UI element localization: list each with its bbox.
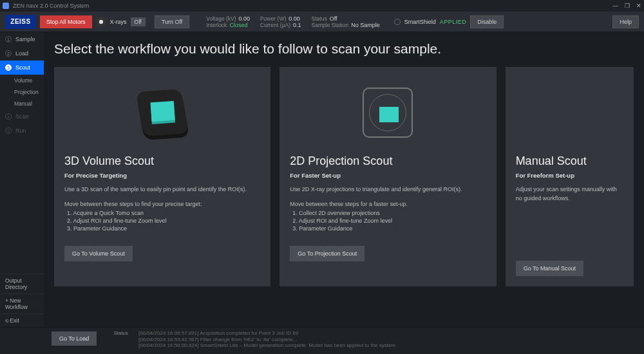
turn-off-button[interactable]: Turn Off bbox=[155, 15, 190, 28]
card-manual-scout: Manual Scout For Freeform Set-up Adjust … bbox=[506, 67, 634, 286]
card-desc: Adjust your scan settings manually with … bbox=[516, 185, 623, 203]
card-title: Manual Scout bbox=[516, 154, 623, 168]
card-subtitle: For Precise Targeting bbox=[64, 172, 260, 179]
titlebar: ZEN navx 2.0 Control System — ❐ ✕ bbox=[0, 0, 644, 12]
status-log: Status [06/04/2024 16:09:57.691] Acquisi… bbox=[104, 328, 644, 354]
toolbar: ZEISS Stop All Motors X-rays Off Turn Of… bbox=[0, 12, 644, 32]
sidebar-sub-volume[interactable]: Volume bbox=[0, 75, 44, 86]
footer: Go To Load Status [06/04/2024 16:09:57.6… bbox=[0, 327, 644, 354]
sidebar-item-scout[interactable]: 3 Scout bbox=[0, 61, 44, 75]
smartshield-disable-button[interactable]: Disable bbox=[470, 15, 504, 28]
minimize-icon[interactable]: — bbox=[612, 3, 618, 9]
card-desc: Use a 3D scan of the sample to easily pi… bbox=[64, 185, 260, 194]
sidebar-item-load[interactable]: 2 Load bbox=[0, 46, 44, 61]
sidebar-item-scan[interactable]: 4 Scan bbox=[0, 109, 44, 124]
sidebar-sub-manual[interactable]: Manual bbox=[0, 98, 44, 109]
card-title: 2D Projection Scout bbox=[290, 154, 486, 168]
go-to-manual-scout-button[interactable]: Go To Manual Scout bbox=[516, 261, 583, 276]
sidebar-sub-projection[interactable]: Projection bbox=[0, 86, 44, 98]
metric-voltage: Voltage (kV)0.00 InterlockClosed bbox=[206, 15, 250, 28]
maximize-icon[interactable]: ❐ bbox=[625, 3, 630, 9]
smartshield-group: SmartShield APPLIED Disable bbox=[394, 15, 504, 28]
go-to-load-button[interactable]: Go To Load bbox=[52, 331, 97, 346]
app-icon bbox=[3, 3, 9, 9]
exit-button[interactable]: ⎋ Exit bbox=[0, 313, 44, 327]
metric-power: Power (W)0.00 Current (µA)0.1 bbox=[260, 15, 301, 28]
metric-status: StatusOff Sample StationNo Sample bbox=[312, 15, 380, 28]
workflow-sidebar: 1 Sample 2 Load 3 Scout Volume Projectio… bbox=[0, 32, 44, 327]
card-3d-volume-scout: 3D Volume Scout For Precise Targeting Us… bbox=[54, 67, 270, 286]
radiation-icon bbox=[96, 17, 106, 27]
metrics: Voltage (kV)0.00 InterlockClosed Power (… bbox=[206, 15, 379, 28]
card-steps: 1. Acquire a Quick Tomo scan 2. Adjust R… bbox=[64, 210, 260, 232]
sidebar-item-sample[interactable]: 1 Sample bbox=[0, 32, 44, 46]
smartshield-label: SmartShield bbox=[404, 19, 436, 25]
window-controls: — ❐ ✕ bbox=[612, 3, 641, 9]
page-headline: Select the workflow you would like to fo… bbox=[54, 41, 634, 57]
volume-scout-illustration bbox=[136, 89, 189, 136]
card-desc: Use 2D X-ray projections to triangulate … bbox=[290, 185, 486, 194]
projection-scout-illustration bbox=[363, 88, 413, 138]
log-line: [06/04/2024 16:58:00.824] SmartShield Li… bbox=[138, 342, 395, 349]
zeiss-logo: ZEISS bbox=[5, 15, 36, 29]
card-steps: 1. Collect 2D overview projections 2. Ad… bbox=[290, 210, 486, 232]
sidebar-item-run[interactable]: 5 Run bbox=[0, 124, 44, 138]
new-workflow-button[interactable]: + New Workflow bbox=[0, 293, 44, 313]
output-directory-button[interactable]: Output Directory bbox=[0, 274, 44, 293]
card-2d-projection-scout: 2D Projection Scout For Faster Set-up Us… bbox=[279, 67, 496, 286]
card-subtitle: For Faster Set-up bbox=[290, 172, 486, 179]
smartshield-status: APPLIED bbox=[440, 19, 467, 25]
stop-all-motors-button[interactable]: Stop All Motors bbox=[40, 15, 92, 28]
go-to-volume-scout-button[interactable]: Go To Volume Scout bbox=[64, 246, 133, 261]
go-to-projection-scout-button[interactable]: Go To Projection Scout bbox=[290, 246, 365, 261]
help-button[interactable]: Help bbox=[612, 15, 639, 28]
card-title: 3D Volume Scout bbox=[64, 154, 260, 168]
status-label: Status bbox=[113, 330, 128, 351]
log-line: [06/04/2024 16:53:42.587] Filter change … bbox=[138, 337, 395, 343]
smartshield-icon bbox=[394, 19, 401, 25]
xrays-label: X-rays bbox=[110, 19, 127, 25]
log-line: [06/04/2024 16:09:57.691] Acquisition co… bbox=[138, 330, 395, 337]
main-content: Select the workflow you would like to fo… bbox=[44, 32, 644, 327]
close-icon[interactable]: ✕ bbox=[636, 3, 641, 9]
card-subtitle: For Freeform Set-up bbox=[516, 172, 623, 179]
xrays-state: Off bbox=[131, 17, 146, 26]
app-title: ZEN navx 2.0 Control System bbox=[13, 3, 90, 9]
